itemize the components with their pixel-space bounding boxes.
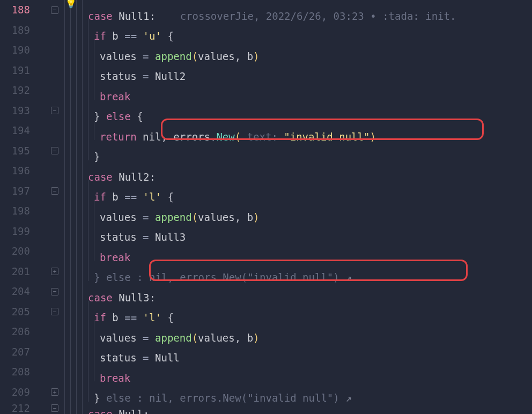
indent-guide <box>88 341 94 361</box>
fold-gutter[interactable] <box>45 6 64 14</box>
fold-collapse-icon[interactable] <box>51 404 58 412</box>
indent-guide <box>94 60 100 80</box>
code-line[interactable]: 207status = Null <box>0 342 532 363</box>
indent-guide <box>82 160 88 181</box>
code-content[interactable]: return nil, errors.New( text: "invalid n… <box>64 120 532 142</box>
indent-guide <box>82 140 88 160</box>
fold-collapse-icon[interactable] <box>51 147 58 154</box>
code-content[interactable]: status = Null2 <box>64 60 532 82</box>
indent-guide <box>88 220 94 241</box>
indent-guide <box>82 201 88 221</box>
fold-collapse-icon[interactable] <box>51 308 58 315</box>
indent-guide <box>94 80 100 100</box>
indent-guide <box>82 19 88 40</box>
line-number: 193 <box>0 106 35 116</box>
code-content[interactable]: break <box>64 361 532 383</box>
code-content[interactable]: values = append(values, b) <box>64 321 532 343</box>
indent-guide <box>82 220 88 241</box>
line-number: 198 <box>0 206 35 216</box>
line-number: 201 <box>0 267 35 277</box>
code-content[interactable]: case Null1: crossoverJie, 2022/6/26, 03:… <box>64 0 532 21</box>
code-line[interactable]: 195} <box>0 141 532 161</box>
indent-guide <box>76 241 82 261</box>
code-line[interactable]: 201} else : nil, errors.New("invalid nul… <box>0 262 532 282</box>
line-number: 195 <box>0 146 35 156</box>
fold-expand-icon[interactable] <box>51 268 58 275</box>
fold-collapse-icon[interactable] <box>51 6 58 14</box>
code-line[interactable]: 190values = append(values, b) <box>0 40 532 61</box>
fold-collapse-icon[interactable] <box>51 187 58 195</box>
code-editor[interactable]: 188case Null1: crossoverJie, 2022/6/26, … <box>0 0 532 414</box>
code-content[interactable]: } else : nil, errors.New("invalid null")… <box>64 261 532 283</box>
code-line[interactable]: 208break <box>0 362 532 382</box>
code-line[interactable]: 196case Null2: <box>0 161 532 181</box>
code-line[interactable]: 200break <box>0 241 532 262</box>
indent-guide <box>76 100 82 120</box>
code-content[interactable]: break <box>64 80 532 102</box>
line-number: 212 <box>0 403 35 413</box>
code-line[interactable]: 199status = Null3 <box>0 221 532 242</box>
code-content[interactable]: values = append(values, b) <box>64 40 532 62</box>
code-line[interactable]: 198values = append(values, b) <box>0 201 532 221</box>
code-line[interactable]: 197if b == 'l' { <box>0 181 532 202</box>
fold-gutter[interactable] <box>45 404 64 412</box>
code-content[interactable]: } else { <box>64 100 532 122</box>
code-line[interactable]: 189if b == 'u' { <box>0 20 532 41</box>
indent-guide <box>64 201 70 221</box>
indent-guide <box>82 321 88 342</box>
code-content[interactable]: break <box>64 241 532 263</box>
code-content[interactable]: case Null2: <box>64 160 532 182</box>
indent-guide <box>76 180 82 201</box>
indent-guide <box>64 120 70 141</box>
indent-guide <box>76 361 82 382</box>
code-content[interactable]: } <box>64 140 532 162</box>
indent-guide <box>70 160 76 181</box>
fold-expand-icon[interactable] <box>51 388 58 396</box>
indent-guide <box>64 160 70 181</box>
code-line[interactable]: 192break <box>0 80 532 101</box>
code-line[interactable]: 204case Null3: <box>0 282 532 302</box>
code-line[interactable]: 212case Null: <box>0 402 532 414</box>
fold-gutter[interactable] <box>45 107 64 114</box>
indent-guide <box>64 100 70 120</box>
fold-gutter[interactable] <box>45 308 64 315</box>
code-content[interactable]: case Null: <box>64 397 532 414</box>
indent-guide <box>82 341 88 361</box>
code-content[interactable]: if b == 'u' { <box>64 19 532 41</box>
code-content[interactable]: values = append(values, b) <box>64 201 532 223</box>
indent-guide <box>76 397 82 414</box>
code-line[interactable]: 193} else { <box>0 101 532 121</box>
code-content[interactable]: if b == 'l' { <box>64 180 532 202</box>
line-number: 209 <box>0 387 35 397</box>
fold-collapse-icon[interactable] <box>51 107 58 114</box>
fold-gutter[interactable] <box>45 388 64 396</box>
code-content[interactable]: status = Null3 <box>64 220 532 242</box>
code-line[interactable]: 191status = Null2 <box>0 61 532 81</box>
indent-guide <box>82 301 88 321</box>
indent-guide <box>76 19 82 40</box>
fold-gutter[interactable] <box>45 288 64 295</box>
line-number: 191 <box>0 65 35 76</box>
indent-guide <box>88 261 94 281</box>
code-line[interactable]: 188case Null1: crossoverJie, 2022/6/26, … <box>0 0 532 20</box>
code-content[interactable]: status = Null <box>64 341 532 363</box>
line-number: 189 <box>0 25 35 35</box>
fold-gutter[interactable] <box>45 147 64 154</box>
indent-guide <box>76 201 82 221</box>
code-line[interactable]: 194return nil, errors.New( text: "invali… <box>0 121 532 141</box>
code-line[interactable]: 206values = append(values, b) <box>0 322 532 342</box>
line-number: 192 <box>0 85 35 95</box>
code-content[interactable]: case Null3: <box>64 281 532 303</box>
token-punct: : <box>143 408 149 414</box>
code-content[interactable]: if b == 'l' { <box>64 301 532 323</box>
line-number: 194 <box>0 125 35 136</box>
indent-guide <box>76 140 82 160</box>
code-line[interactable]: 205if b == 'l' { <box>0 302 532 322</box>
fold-collapse-icon[interactable] <box>51 288 58 295</box>
fold-gutter[interactable] <box>45 187 64 195</box>
line-number: 197 <box>0 186 35 196</box>
fold-gutter[interactable] <box>45 268 64 275</box>
indent-guide <box>64 220 70 241</box>
intention-bulb-icon[interactable]: 💡 <box>65 0 76 9</box>
indent-guide <box>88 241 94 261</box>
